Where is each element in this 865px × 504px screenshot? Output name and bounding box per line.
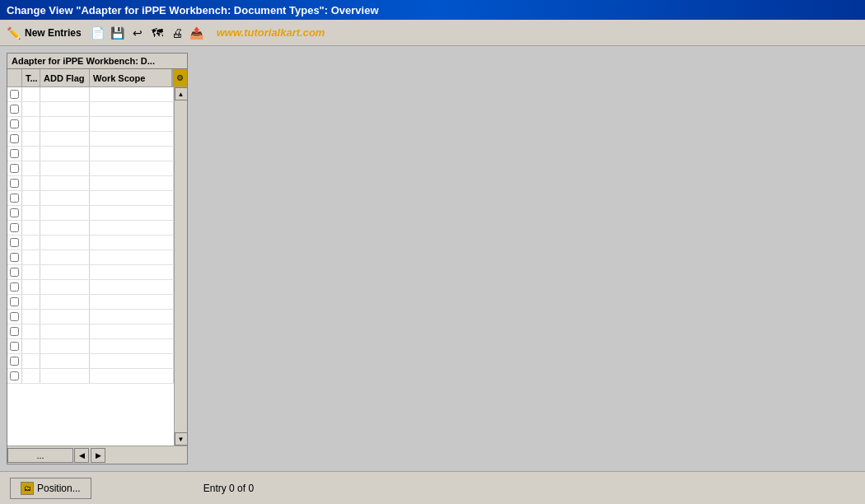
table-row: [7, 191, 174, 206]
td-type: [22, 176, 40, 190]
td-add-flag: [40, 132, 90, 146]
td-work-scope: [90, 147, 174, 161]
td-work-scope: [90, 102, 174, 116]
scroll-down-arrow[interactable]: ▼: [175, 432, 188, 446]
checkbox-input[interactable]: [10, 253, 19, 262]
row-checkbox[interactable]: [7, 354, 22, 368]
checkbox-input[interactable]: [10, 238, 19, 247]
scroll-left-button[interactable]: ◀: [74, 448, 89, 463]
table-row: [7, 295, 174, 310]
row-checkbox[interactable]: [7, 132, 22, 146]
row-checkbox[interactable]: [7, 339, 22, 353]
position-button[interactable]: 🗂 Position...: [10, 478, 91, 499]
checkbox-input[interactable]: [10, 119, 19, 128]
row-checkbox[interactable]: [7, 191, 22, 205]
row-checkbox[interactable]: [7, 265, 22, 279]
checkbox-input[interactable]: [10, 371, 19, 380]
checkbox-input[interactable]: [10, 194, 19, 203]
row-checkbox[interactable]: [7, 324, 22, 338]
td-type: [22, 280, 40, 294]
td-type: [22, 87, 40, 101]
row-checkbox[interactable]: [7, 206, 22, 220]
scroll-right-button[interactable]: ▶: [91, 448, 105, 463]
td-work-scope: [90, 176, 174, 190]
checkbox-input[interactable]: [10, 327, 19, 336]
checkbox-input[interactable]: [10, 223, 19, 232]
table-row: [7, 324, 174, 339]
bottom-bar: ... ◀ ▶: [7, 446, 187, 464]
table-header: T... ADD Flag Work Scope ⚙: [7, 69, 187, 87]
toolbar-pen-icon[interactable]: ✏️: [5, 25, 21, 41]
table-row: [7, 310, 174, 324]
status-bar: 🗂 Position... Entry 0 of 0: [0, 471, 865, 504]
table-row: [7, 221, 174, 236]
toolbar-print-icon[interactable]: 🖨: [169, 25, 185, 41]
row-checkbox[interactable]: [7, 236, 22, 250]
checkbox-input[interactable]: [10, 164, 19, 173]
td-work-scope: [90, 191, 174, 205]
row-checkbox[interactable]: [7, 250, 22, 264]
td-type: [22, 369, 40, 383]
row-checkbox[interactable]: [7, 221, 22, 235]
checkbox-input[interactable]: [10, 90, 19, 99]
position-icon: 🗂: [21, 482, 34, 495]
toolbar-export-icon[interactable]: 📤: [189, 25, 205, 41]
watermark-text: www.tutorialkart.com: [217, 26, 325, 39]
td-work-scope: [90, 369, 174, 383]
title-text: Change View "Adapter for iPPE Workbench:…: [7, 4, 379, 16]
row-checkbox[interactable]: [7, 280, 22, 294]
title-bar: Change View "Adapter for iPPE Workbench:…: [0, 0, 865, 20]
td-work-scope: [90, 87, 174, 101]
td-add-flag: [40, 250, 90, 264]
td-add-flag: [40, 324, 90, 338]
th-type: T...: [22, 69, 40, 86]
row-checkbox[interactable]: [7, 161, 22, 175]
th-settings-icon[interactable]: ⚙: [172, 69, 187, 86]
td-type: [22, 221, 40, 235]
checkbox-input[interactable]: [10, 134, 19, 143]
toolbar-copy1-icon[interactable]: 📄: [90, 25, 106, 41]
checkbox-input[interactable]: [10, 297, 19, 306]
checkbox-input[interactable]: [10, 149, 19, 158]
td-type: [22, 117, 40, 131]
toolbar: ✏️ New Entries 📄 💾 ↩ 🗺 🖨 📤 www.tutorialk…: [0, 20, 865, 46]
new-entries-button[interactable]: New Entries: [25, 27, 82, 39]
td-add-flag: [40, 280, 90, 294]
checkbox-input[interactable]: [10, 208, 19, 217]
row-checkbox[interactable]: [7, 87, 22, 101]
toolbar-nav-icon[interactable]: 🗺: [149, 25, 166, 41]
td-add-flag: [40, 87, 90, 101]
td-type: [22, 295, 40, 309]
table-row: [7, 236, 174, 250]
row-checkbox[interactable]: [7, 147, 22, 161]
row-checkbox[interactable]: [7, 369, 22, 383]
toolbar-undo-icon[interactable]: ↩: [129, 25, 146, 41]
checkbox-input[interactable]: [10, 268, 19, 277]
td-type: [22, 191, 40, 205]
table-row: [7, 369, 174, 384]
checkbox-input[interactable]: [10, 105, 19, 114]
row-checkbox[interactable]: [7, 295, 22, 309]
table-row: [7, 147, 174, 161]
th-work-scope: Work Scope: [90, 69, 172, 86]
checkbox-input[interactable]: [10, 312, 19, 321]
row-checkbox[interactable]: [7, 310, 22, 324]
td-type: [22, 339, 40, 353]
scroll-to-button[interactable]: ...: [7, 448, 73, 463]
td-add-flag: [40, 191, 90, 205]
row-checkbox[interactable]: [7, 102, 22, 116]
row-checkbox[interactable]: [7, 117, 22, 131]
row-checkbox[interactable]: [7, 176, 22, 190]
td-add-flag: [40, 221, 90, 235]
table-row: [7, 176, 174, 191]
checkbox-input[interactable]: [10, 357, 19, 366]
scroll-up-arrow[interactable]: ▲: [175, 87, 188, 100]
td-add-flag: [40, 206, 90, 220]
table-row: [7, 280, 174, 295]
right-panel: [194, 53, 858, 464]
checkbox-input[interactable]: [10, 179, 19, 188]
checkbox-input[interactable]: [10, 282, 19, 292]
toolbar-save-icon[interactable]: 💾: [110, 25, 126, 41]
checkbox-input[interactable]: [10, 342, 19, 351]
td-work-scope: [90, 132, 174, 146]
